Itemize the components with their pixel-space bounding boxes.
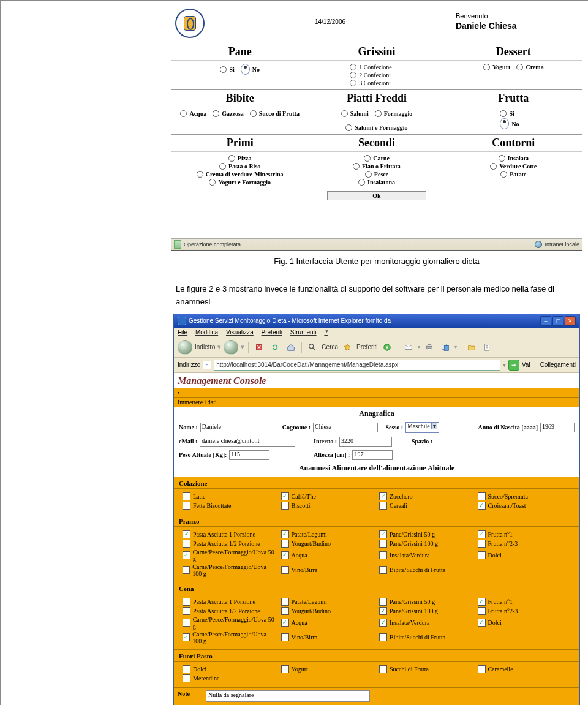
folder-button[interactable] <box>465 341 478 354</box>
checkbox[interactable] <box>281 502 289 510</box>
menu-help[interactable]: ? <box>324 329 328 336</box>
input-spazio[interactable] <box>435 437 486 446</box>
radio-secondi-flan[interactable] <box>353 163 360 170</box>
checkbox[interactable] <box>379 566 387 574</box>
home-button[interactable] <box>284 341 298 354</box>
checkbox[interactable]: ✓ <box>281 619 289 627</box>
maximize-button[interactable]: ▢ <box>552 316 564 326</box>
checkbox[interactable] <box>183 492 190 500</box>
radio-grissini-1[interactable] <box>350 64 356 70</box>
radio-grissini-3[interactable] <box>350 80 356 86</box>
back-button[interactable] <box>178 340 192 355</box>
input-anno[interactable]: 1969 <box>540 423 575 432</box>
radio-primi-pizza[interactable] <box>228 155 235 162</box>
radio-primi-crema[interactable] <box>197 171 203 178</box>
checkbox[interactable] <box>379 540 387 548</box>
go-button[interactable]: ➔ <box>508 360 519 371</box>
radio-frutta-no[interactable] <box>500 118 509 129</box>
checkbox[interactable] <box>478 551 486 559</box>
checkbox[interactable]: ✓ <box>183 530 190 538</box>
checkbox[interactable]: ✓ <box>183 633 190 641</box>
menu-file[interactable]: File <box>178 329 187 336</box>
checkbox[interactable] <box>379 598 387 606</box>
radio-secondi-carne[interactable] <box>364 155 371 162</box>
checkbox[interactable]: ✓ <box>281 530 289 538</box>
checkbox[interactable] <box>379 551 387 559</box>
input-altezza[interactable]: 197 <box>352 450 393 460</box>
checkbox[interactable] <box>183 665 190 673</box>
checkbox[interactable] <box>183 619 190 627</box>
checkbox[interactable] <box>379 665 387 673</box>
radio-bibite-gazzosa[interactable] <box>213 110 219 117</box>
checkbox[interactable]: ✓ <box>478 530 486 538</box>
radio-pane-no[interactable] <box>241 64 250 75</box>
ok-button[interactable]: Ok <box>327 191 426 200</box>
media-button[interactable] <box>380 341 394 354</box>
checkbox[interactable] <box>183 598 190 606</box>
radio-dessert-crema[interactable] <box>516 64 523 70</box>
checkbox[interactable] <box>281 566 289 574</box>
forward-button[interactable] <box>224 340 238 355</box>
checkbox[interactable] <box>379 502 387 510</box>
checkbox[interactable] <box>281 633 289 641</box>
checkbox[interactable] <box>478 492 486 500</box>
checkbox[interactable]: ✓ <box>281 551 289 559</box>
input-email[interactable]: daniele.chiesa@unito.it <box>200 437 295 447</box>
checkbox[interactable]: ✓ <box>379 492 387 500</box>
print-button[interactable] <box>423 341 436 354</box>
links-label[interactable]: Collegamenti <box>540 361 576 368</box>
checkbox[interactable]: ✓ <box>379 530 387 538</box>
checkbox[interactable] <box>281 665 289 673</box>
radio-contorni-insalata[interactable] <box>499 155 505 162</box>
radio-bibite-acqua[interactable] <box>180 110 187 117</box>
checkbox[interactable] <box>281 598 289 606</box>
edit-button[interactable] <box>439 341 452 354</box>
radio-contorni-verdure[interactable] <box>490 163 497 170</box>
radio-bibite-succo[interactable] <box>250 110 257 117</box>
radio-piatti-formaggio[interactable] <box>375 110 382 117</box>
address-input[interactable]: http://localhost:3014/BarCodeDati/Manage… <box>214 360 500 371</box>
mail-button[interactable] <box>402 341 415 354</box>
input-peso[interactable]: 115 <box>229 450 270 460</box>
menu-strumenti[interactable]: Strumenti <box>290 329 317 336</box>
input-note[interactable]: Nulla da segnalare <box>206 690 370 702</box>
menu-visualizza[interactable]: Visualizza <box>226 329 254 336</box>
menu-preferiti[interactable]: Preferiti <box>262 329 282 336</box>
radio-piatti-salumi[interactable] <box>341 110 348 117</box>
checkbox[interactable] <box>379 633 387 641</box>
checkbox[interactable] <box>183 540 190 548</box>
checkbox[interactable]: ✓ <box>281 492 289 500</box>
radio-frutta-si[interactable] <box>500 110 507 117</box>
radio-primi-yogurt[interactable] <box>209 179 216 186</box>
radio-grissini-2[interactable] <box>350 72 356 78</box>
input-cognome[interactable]: Chiesa <box>313 423 378 432</box>
radio-secondi-pesce[interactable] <box>365 171 372 178</box>
research-button[interactable] <box>481 341 494 354</box>
menu-modifica[interactable]: Modifica <box>195 329 218 336</box>
close-button[interactable]: ✕ <box>565 316 576 326</box>
checkbox[interactable]: ✓ <box>183 551 190 559</box>
select-sesso[interactable]: Maschile ▾ <box>405 422 439 433</box>
radio-secondi-insalatona[interactable] <box>358 179 365 186</box>
checkbox[interactable] <box>183 502 190 510</box>
favorites-button[interactable] <box>341 341 354 354</box>
radio-pane-si[interactable] <box>220 66 227 73</box>
minimize-button[interactable]: – <box>540 316 551 326</box>
radio-piatti-sef[interactable] <box>345 124 352 131</box>
refresh-button[interactable] <box>268 341 282 354</box>
checkbox[interactable] <box>478 607 486 615</box>
stop-button[interactable] <box>252 341 266 354</box>
checkbox[interactable] <box>281 540 289 548</box>
checkbox[interactable] <box>478 540 486 548</box>
checkbox[interactable] <box>281 607 289 615</box>
radio-primi-pasta[interactable] <box>219 163 226 170</box>
checkbox[interactable]: ✓ <box>478 619 486 627</box>
checkbox[interactable] <box>183 566 190 574</box>
radio-dessert-yogurt[interactable] <box>483 64 490 70</box>
checkbox[interactable] <box>478 665 486 673</box>
checkbox[interactable]: ✓ <box>379 619 387 627</box>
checkbox[interactable] <box>183 674 190 682</box>
checkbox[interactable] <box>183 607 190 615</box>
input-nome[interactable]: Daniele <box>200 423 265 432</box>
radio-contorni-patate[interactable] <box>500 171 507 178</box>
